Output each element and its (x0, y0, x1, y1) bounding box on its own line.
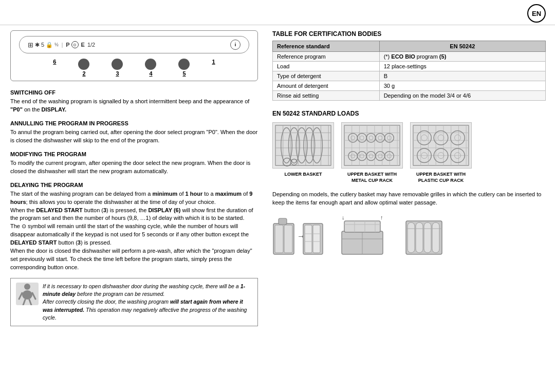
row-label-rinse: Rinse aid setting (273, 91, 380, 101)
cutlery-svg-2: ↓ ↑ (334, 213, 391, 257)
modifying-section: MODIFYING THE PROGRAM To modify the curr… (10, 151, 258, 176)
right-column: TABLE FOR CERTIFICATION BODIES Reference… (267, 30, 555, 326)
table-row: Type of detergent B (273, 71, 546, 81)
top-bar: EN (0, 0, 555, 25)
left-column: ⊞ ✱ 5 🔒 ½ | P ⊙ E 1/2 i 6 (0, 30, 267, 326)
switching-off-title: SWITCHING OFF (10, 89, 258, 96)
btn6-ref: 6 (176, 207, 179, 213)
lower-basket-item: LOWER BASKET (272, 122, 334, 183)
separator: | (62, 42, 63, 48)
switching-off-bold1: "P0" (10, 106, 23, 113)
display-panel: ⊞ ✱ 5 🔒 ½ | P ⊙ E 1/2 i (19, 36, 249, 53)
row-label-load: Load (273, 62, 380, 71)
btn-3-circle (112, 59, 123, 70)
lower-basket-img (272, 122, 334, 169)
btn3-ref2: 3 (78, 239, 81, 246)
cutlery-basket-2: ↓ ↑ (334, 213, 391, 257)
button-4: 4 (145, 59, 156, 77)
circle-icon: ⊙ (71, 41, 79, 48)
half-icon: ½ (54, 42, 59, 47)
lower-basket-label: LOWER BASKET (285, 172, 322, 178)
btn-4-circle (145, 59, 156, 70)
appliance-diagram: ⊞ ✱ 5 🔒 ½ | P ⊙ E 1/2 i 6 (10, 30, 258, 81)
half-prog: 1/2 (87, 42, 95, 48)
svg-rect-117 (416, 222, 423, 253)
row-label-detergent-type: Type of detergent (273, 71, 380, 81)
warning-person-icon (16, 283, 39, 305)
button-1: 1 (212, 59, 215, 77)
upper-metal-svg (342, 122, 402, 169)
eco-bio-bold: ECO BIO (391, 53, 415, 60)
note-svg (17, 283, 38, 305)
button-3: 3 (112, 59, 123, 77)
svg-rect-100 (313, 225, 320, 253)
upper-plastic-svg (411, 122, 471, 169)
svg-rect-116 (408, 222, 415, 253)
button-6: 6 (53, 59, 56, 77)
cert-table-header1: Reference standard (273, 41, 380, 52)
note-text2: before the program can be resumed. (76, 291, 164, 297)
std-loads-title: EN 50242 STANDARD LOADS (272, 110, 546, 117)
cutlery-basket-3 (401, 213, 447, 257)
delaying-body: The start of the washing program can be … (10, 190, 258, 272)
svg-point-1 (22, 290, 32, 300)
upper-basket-metal-label: UPPER BASKET WITHMETAL CUP RACK (347, 172, 397, 183)
annulling-title: ANNULLING THE PROGRAM IN PROGRESS (10, 120, 258, 126)
btn-1-label: 1 (212, 59, 215, 65)
modifying-body: To modify the current program, after ope… (10, 159, 258, 176)
e-label: E (81, 42, 85, 48)
one-hour-label: 1 hour (186, 191, 203, 197)
table-row: Load 12 place-settings (273, 62, 546, 71)
svg-line-4 (23, 300, 25, 305)
row-val-load: 12 place-settings (379, 62, 545, 71)
row-label-ref-prog: Reference program (273, 52, 380, 62)
switching-off-body: The end of the washing program is signal… (10, 98, 258, 114)
annulling-section: ANNULLING THE PROGRAM IN PROGRESS To ann… (10, 120, 258, 145)
row-label-detergent-amt: Amount of detergent (273, 81, 380, 91)
cutlery-svg-1: → (272, 213, 324, 257)
btn-2-circle (78, 59, 89, 70)
cutlery-basket-1: → (272, 213, 324, 257)
baskets-row: LOWER BASKET (272, 122, 546, 183)
modifying-title: MODIFYING THE PROGRAM (10, 151, 258, 157)
row-val-rinse: Depending on the model 3/4 or 4/6 (379, 91, 545, 101)
switching-off-bold2: DISPLAY. (42, 106, 67, 113)
row-val-ref-prog: (*) ECO BIO program (5) (379, 52, 545, 62)
cutlery-desc: Depending on models, the cutlery basket … (272, 191, 546, 207)
btn-2-label: 2 (82, 70, 85, 77)
svg-point-0 (24, 284, 30, 290)
delaying-title: DELAYING THE PROGRAM (10, 182, 258, 188)
star-icon: ✱ (35, 42, 40, 48)
svg-line-3 (32, 293, 35, 299)
prog5-bold: (5) (439, 53, 446, 60)
grid-icon: ⊞ (28, 41, 33, 49)
lower-basket-svg (273, 122, 334, 169)
upper-basket-metal-item: UPPER BASKET WITHMETAL CUP RACK (341, 122, 403, 183)
upper-basket-plastic-label: UPPER BASKET WITHPLASTIC CUP RACK (416, 172, 466, 183)
maximum-label: maximum (215, 191, 242, 197)
btn-6-label: 6 (53, 59, 56, 65)
cutlery-imgs: → (272, 213, 546, 257)
note-text1: If it is necessary to open dishwasher do… (43, 283, 240, 289)
note-text-content: If it is necessary to open dishwasher do… (43, 283, 252, 322)
btn-4-label: 4 (149, 70, 152, 77)
switching-off-text2: on the (23, 106, 42, 113)
main-content: ⊞ ✱ 5 🔒 ½ | P ⊙ E 1/2 i 6 (0, 25, 555, 326)
p-label: P (66, 42, 69, 48)
table-row: Rinse aid setting Depending on the model… (273, 91, 546, 101)
annulling-body: To annul the program being carried out, … (10, 128, 258, 145)
upper-basket-metal-img (341, 122, 403, 169)
delayed-start-label1: DELAYED START (36, 207, 82, 213)
info-button[interactable]: i (230, 40, 240, 50)
btn-5-circle (178, 59, 190, 70)
note-text3: After correctly closing the door, the wa… (43, 298, 170, 305)
svg-rect-95 (284, 225, 292, 253)
upper-basket-plastic-item: UPPER BASKET WITHPLASTIC CUP RACK (410, 122, 472, 183)
btn-3-label: 3 (116, 70, 119, 77)
table-row: Amount of detergent 30 g (273, 81, 546, 91)
delayed-start-label2: DELAYED START (10, 239, 57, 246)
switching-off-section: SWITCHING OFF The end of the washing pro… (10, 89, 258, 114)
lock-icon: 🔒 (46, 42, 53, 48)
cert-table: Reference standard EN 50242 Reference pr… (272, 41, 546, 101)
button-5: 5 (178, 59, 190, 77)
